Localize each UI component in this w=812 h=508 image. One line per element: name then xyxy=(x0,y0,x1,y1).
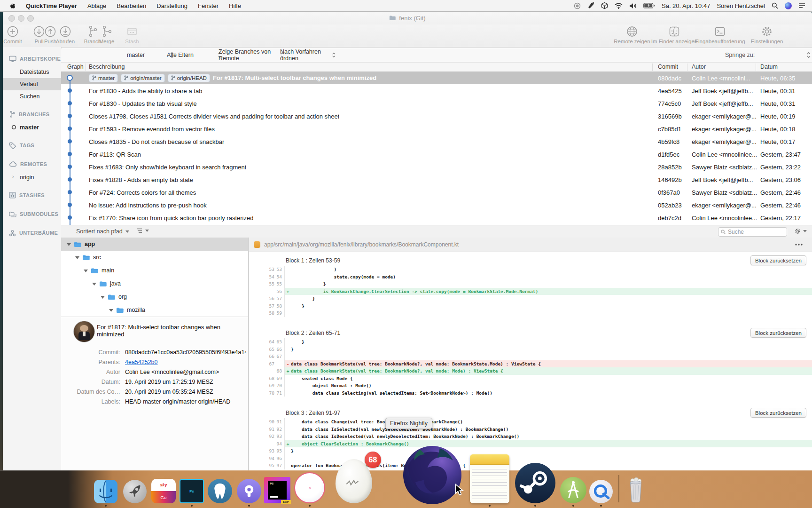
wifi-icon[interactable] xyxy=(615,3,623,9)
commit-row[interactable]: For #1593 - Remove evenodd from vector f… xyxy=(61,122,812,135)
branch-icon xyxy=(124,75,128,80)
disclosure-triangle-icon[interactable] xyxy=(67,243,71,246)
jump-to-popup[interactable]: Springe zu: xyxy=(725,50,811,60)
view-mode-popup[interactable] xyxy=(136,228,149,233)
menubar-user[interactable]: Sören Hentzschel xyxy=(717,2,765,9)
disclosure-triangle-icon[interactable] xyxy=(101,295,105,299)
commit-row[interactable]: For #113: QR Scand1fd5ecColin Lee <mncol… xyxy=(61,148,812,160)
commit-hash: deb7c2d xyxy=(658,214,681,221)
branch-badge[interactable]: master xyxy=(89,74,118,82)
fetch-icon xyxy=(59,25,71,38)
menu-ablage[interactable]: Ablage xyxy=(87,2,106,9)
diff-menu-ellipsis[interactable] xyxy=(795,244,803,246)
branch-badge[interactable]: origin/master xyxy=(121,74,164,82)
branch-badge[interactable]: origin/HEAD xyxy=(168,74,210,82)
commit-row[interactable]: Fix #1770: Share icon from quick action … xyxy=(61,211,812,224)
parent-commit-link[interactable]: 4ea54252b0 xyxy=(125,359,158,365)
filter-popup-1[interactable]: Alle Eltern xyxy=(167,50,222,60)
commit-row[interactable]: masterorigin/masterorigin/HEADFor #1817:… xyxy=(61,71,812,84)
volume-icon[interactable] xyxy=(629,3,637,9)
menu-bearbeiten[interactable]: Bearbeiten xyxy=(117,2,146,9)
diff-file-path: app/src/main/java/org/mozilla/fenix/libr… xyxy=(264,241,459,248)
menu-fenster[interactable]: Fenster xyxy=(198,2,219,9)
diff-block-title: Block 3 : Zeilen 91-97 xyxy=(286,408,340,418)
disclosure-triangle-icon[interactable] xyxy=(84,269,88,272)
column-header-datum[interactable]: Datum xyxy=(760,64,778,70)
detail-value: 19. April 2019 um 17:25:19 MESZ xyxy=(125,379,246,385)
battery-charging-icon[interactable] xyxy=(643,3,655,8)
diff-line: 5859 xyxy=(249,310,812,317)
branch-ring-icon xyxy=(11,125,16,130)
menubar-app-name[interactable]: QuickTime Player xyxy=(26,2,77,9)
block-reset-button[interactable]: Block zurücksetzen xyxy=(750,255,806,265)
commit-row[interactable]: For #724: Corrects colors for all themes… xyxy=(61,186,812,198)
diff-line: 9597operator fun BookmarkNode.contains(i… xyxy=(249,462,812,469)
show-in-finder-button[interactable]: Im Finder anzeigen xyxy=(648,25,700,44)
screen-recording-icon[interactable] xyxy=(574,2,581,9)
search-input[interactable]: Suche xyxy=(718,227,787,237)
modified-file-badge-icon xyxy=(254,241,260,248)
siri-icon[interactable] xyxy=(785,2,792,9)
commit-date: Heute, 00:17 xyxy=(760,138,795,145)
box-menu-icon[interactable] xyxy=(601,2,608,9)
column-header-beschreibung[interactable]: Beschreibung xyxy=(89,64,125,70)
diff-line: 94+ object ClearSelection : BookmarkChan… xyxy=(249,440,812,448)
menu-darstellung[interactable]: Darstellung xyxy=(156,2,187,9)
chevron-right-icon: › xyxy=(12,174,14,179)
fetch-button[interactable]: Abrufen xyxy=(54,25,77,44)
diff-line: 6566} xyxy=(249,346,812,353)
column-header-commit[interactable]: Commit xyxy=(658,64,678,70)
commit-row[interactable]: No issue: Add instructions to pre-push h… xyxy=(61,198,812,211)
menubar-clock[interactable]: Sa. 20. Apr. 10:47 xyxy=(662,2,710,9)
settings-button[interactable]: Einstellungen xyxy=(741,25,793,44)
commit-description: Closes #1835 - Do not crash because of s… xyxy=(89,138,224,145)
tree-item-mozilla[interactable]: mozilla xyxy=(61,303,248,317)
sidebar-item-dateistatus[interactable]: Dateistatus xyxy=(3,66,61,78)
commit-row[interactable]: Fixes #1828 - Adds an empty tab state146… xyxy=(61,173,812,186)
sidebar-item-verlauf[interactable]: Verlauf xyxy=(3,78,61,90)
commit-hash: 080dadc xyxy=(658,74,681,81)
disclosure-triangle-icon[interactable] xyxy=(75,256,79,259)
command-prompt-icon xyxy=(714,25,726,38)
sidebar-item-master[interactable]: master xyxy=(3,121,61,134)
commit-description: For #724: Corrects colors for all themes xyxy=(89,189,196,196)
filter-popup-3[interactable]: Nach Vorfahren ordnen xyxy=(280,50,336,60)
commit-row[interactable]: Closes #1798, Closes #1581 Corrects divi… xyxy=(61,110,812,122)
sidebar-section-branches: BRANCHES xyxy=(3,107,61,121)
column-header-graph[interactable]: Graph xyxy=(67,64,84,70)
detail-value: Colin Lee <mncolinlee@gmail.com> xyxy=(125,369,246,375)
disclosure-triangle-icon[interactable] xyxy=(109,309,113,312)
command-prompt-button[interactable]: Eingabeaufforderung xyxy=(694,25,746,44)
diff-block: Block 3 : Zeilen 91-97Block zurücksetzen… xyxy=(249,418,812,469)
commit-details: For #1817: Multi-select toolbar changes … xyxy=(61,317,248,473)
merge-button[interactable]: Merge xyxy=(95,25,118,44)
sidebar-item-suchen[interactable]: Suchen xyxy=(3,90,61,103)
spotlight-icon[interactable] xyxy=(772,2,778,9)
commit-author: Colin Lee <mncolinl... xyxy=(692,74,750,81)
commit-row[interactable]: For #1830 - Adds the ability to share a … xyxy=(61,84,812,97)
diff-settings-gear[interactable] xyxy=(794,228,807,235)
tree-item-java[interactable]: java xyxy=(61,277,248,290)
tree-item-org[interactable]: org xyxy=(61,290,248,303)
block-reset-button[interactable]: Block zurücksetzen xyxy=(750,408,806,418)
sort-mode-popup[interactable]: Sortiert nach pfad xyxy=(76,228,129,235)
filter-popup-2[interactable]: Zeige Branches von Remote xyxy=(219,50,284,60)
commit-row[interactable]: Closes #1835 - Do not crash because of s… xyxy=(61,135,812,148)
commit-button[interactable]: Commit xyxy=(3,25,24,44)
commit-row[interactable]: Fixes #1683: Only show/hide keyboard in … xyxy=(61,160,812,173)
tree-item-main[interactable]: main xyxy=(61,264,248,277)
disclosure-triangle-icon[interactable] xyxy=(92,282,96,286)
diff-line: 6465 } xyxy=(249,338,812,346)
commit-description: Fix #1770: Share icon from quick action … xyxy=(89,214,253,221)
notification-center-icon[interactable] xyxy=(798,3,805,8)
tree-item-app[interactable]: app xyxy=(61,238,248,251)
column-header-autor[interactable]: Autor xyxy=(692,64,706,70)
commit-row[interactable]: For #1830 - Updates the tab visual style… xyxy=(61,97,812,110)
apple-menu-icon[interactable] xyxy=(9,2,16,9)
commit-description: For #1830 - Updates the tab visual style xyxy=(89,100,197,107)
paint-app-menu-icon[interactable] xyxy=(587,2,594,9)
block-reset-button[interactable]: Block zurücksetzen xyxy=(750,328,806,338)
sidebar-item-origin[interactable]: ›origin xyxy=(3,171,61,183)
menu-hilfe[interactable]: Hilfe xyxy=(229,2,241,9)
tree-item-src[interactable]: src xyxy=(61,251,248,264)
